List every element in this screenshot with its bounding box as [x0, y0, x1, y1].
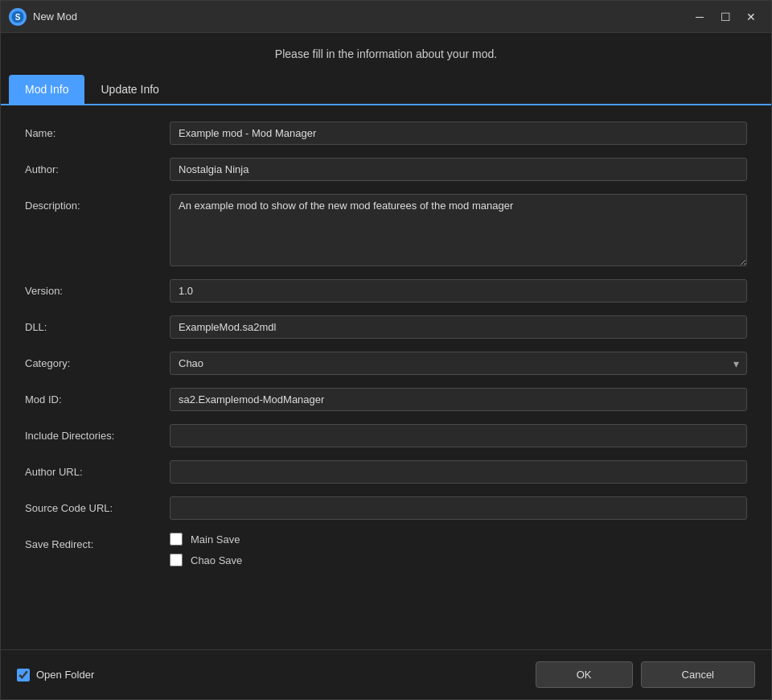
open-folder-label[interactable]: Open Folder: [17, 669, 94, 681]
input-includedirs[interactable]: [170, 424, 747, 447]
checkbox-chaosave-row: Chao Save: [170, 554, 747, 566]
minimize-button[interactable]: ─: [688, 5, 712, 29]
tabs-container: Mod Info Update Info: [1, 75, 771, 105]
maximize-button[interactable]: ☐: [713, 5, 737, 29]
category-select-wrapper: Chao Character Stage Music Other: [170, 352, 747, 375]
checkbox-chaosave[interactable]: [170, 554, 183, 566]
checkbox-mainsave[interactable]: [170, 533, 183, 546]
select-category[interactable]: Chao Character Stage Music Other: [170, 352, 747, 375]
field-version-row: Version:: [25, 279, 747, 303]
cancel-button[interactable]: Cancel: [641, 661, 755, 688]
label-dll: DLL:: [25, 315, 170, 333]
footer: Open Folder OK Cancel: [1, 649, 771, 699]
field-name-row: Name:: [25, 121, 747, 145]
field-modid-row: Mod ID:: [25, 388, 747, 411]
label-version: Version:: [25, 279, 170, 297]
label-sourcecodeurl: Source Code URL:: [25, 496, 170, 514]
input-sourcecodeurl[interactable]: [170, 496, 747, 520]
input-description[interactable]: An example mod to show of the new mod fe…: [170, 194, 747, 266]
field-includedirs-row: Include Directories:: [25, 424, 747, 447]
input-author[interactable]: [170, 158, 747, 181]
svg-text:S: S: [15, 13, 21, 22]
field-sourcecodeurl-row: Source Code URL:: [25, 496, 747, 520]
close-button[interactable]: ✕: [739, 5, 763, 29]
ok-button[interactable]: OK: [536, 661, 633, 688]
field-description-row: Description: An example mod to show of t…: [25, 194, 747, 266]
label-name: Name:: [25, 121, 170, 139]
open-folder-text: Open Folder: [36, 669, 94, 681]
field-dll-row: DLL:: [25, 315, 747, 339]
label-description: Description:: [25, 194, 170, 212]
label-category: Category:: [25, 352, 170, 369]
label-mainsave: Main Save: [191, 533, 240, 546]
checkbox-mainsave-row: Main Save: [170, 533, 747, 546]
label-author: Author:: [25, 158, 170, 175]
field-author-row: Author:: [25, 158, 747, 181]
input-authorurl[interactable]: [170, 460, 747, 484]
footer-buttons: OK Cancel: [536, 661, 755, 688]
input-dll[interactable]: [170, 315, 747, 339]
tab-mod-info[interactable]: Mod Info: [9, 75, 84, 104]
checkbox-openfolder[interactable]: [17, 669, 30, 681]
titlebar: S New Mod ─ ☐ ✕: [1, 1, 771, 33]
field-authorurl-row: Author URL:: [25, 460, 747, 484]
field-category-row: Category: Chao Character Stage Music Oth…: [25, 352, 747, 375]
label-includedirs: Include Directories:: [25, 424, 170, 442]
label-modid: Mod ID:: [25, 388, 170, 406]
titlebar-title: New Mod: [33, 10, 688, 23]
field-saveredirect-row: Save Redirect: Main Save Chao Save: [25, 533, 747, 574]
input-modid[interactable]: [170, 388, 747, 411]
label-saveredirect: Save Redirect:: [25, 533, 170, 550]
label-chaosave: Chao Save: [191, 554, 242, 566]
save-redirect-checkboxes: Main Save Chao Save: [170, 533, 747, 574]
titlebar-buttons: ─ ☐ ✕: [688, 5, 763, 29]
input-version[interactable]: [170, 279, 747, 303]
label-authorurl: Author URL:: [25, 460, 170, 478]
tab-update-info[interactable]: Update Info: [84, 75, 175, 104]
dialog-window: S New Mod ─ ☐ ✕ Please fill in the infor…: [0, 0, 772, 700]
input-name[interactable]: [170, 121, 747, 145]
footer-left: Open Folder: [17, 669, 536, 681]
app-icon: S: [9, 8, 27, 26]
form-content: Name: Author: Description: An example mo…: [1, 105, 771, 649]
subtitle: Please fill in the information about you…: [1, 33, 771, 75]
